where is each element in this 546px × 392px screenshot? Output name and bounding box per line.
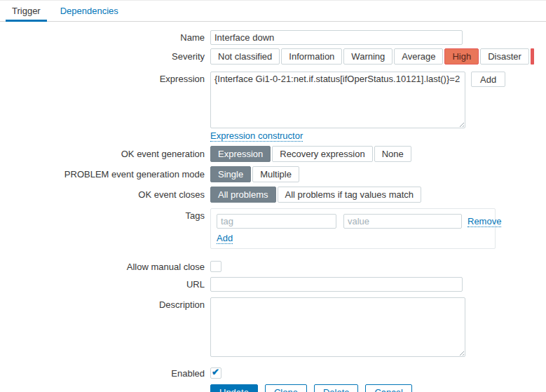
tags-label: Tags [0, 208, 210, 221]
description-textarea[interactable] [210, 297, 465, 357]
footer-buttons-row: Update Clone Delete Cancel [0, 384, 546, 392]
expression-textarea[interactable]: {Interface Gi1-0-21:net.if.status[ifOper… [210, 72, 465, 128]
tab-dependencies[interactable]: Dependencies [54, 1, 125, 21]
ok-event-closes-options: All problems All problems if tag values … [210, 187, 421, 203]
add-expression-button[interactable]: Add [471, 72, 505, 87]
expression-row: Expression {Interface Gi1-0-21:net.if.st… [0, 72, 546, 141]
name-input[interactable] [210, 30, 463, 45]
ok-event-generation-row: OK event generation Expression Recovery … [0, 146, 546, 162]
url-row: URL [0, 277, 546, 292]
ok-gen-button-none[interactable]: None [374, 146, 411, 162]
expression-label: Expression [0, 72, 210, 84]
ok-event-closes-row: OK event closes All problems All problem… [0, 187, 546, 203]
tag-value-input[interactable] [343, 214, 462, 229]
description-label: Description [0, 297, 210, 310]
allow-manual-close-row: Allow manual close [0, 261, 546, 272]
tab-trigger[interactable]: Trigger [6, 1, 47, 21]
ok-closes-button-all-problems-tag-match[interactable]: All problems if tag values match [278, 187, 422, 203]
ok-event-generation-options: Expression Recovery expression None [210, 146, 411, 162]
description-row: Description [0, 297, 546, 357]
remove-tag-link[interactable]: Remove [467, 216, 501, 227]
severity-button-average[interactable]: Average [394, 48, 443, 65]
severity-button-disaster[interactable]: Disaster [480, 48, 529, 65]
tags-box: Remove Add [210, 208, 496, 249]
severity-row: Severity Not classified Information Warn… [0, 48, 546, 65]
enabled-checkbox[interactable] [210, 367, 221, 379]
ok-event-generation-label: OK event generation [0, 149, 210, 159]
severity-button-information[interactable]: Information [281, 48, 342, 65]
severity-label: Severity [0, 51, 210, 62]
name-label: Name [0, 32, 210, 43]
tags-row: Tags Remove Add [0, 208, 546, 249]
ok-closes-button-all-problems[interactable]: All problems [210, 187, 276, 203]
update-button[interactable]: Update [210, 384, 258, 392]
problem-mode-button-multiple[interactable]: Multiple [252, 166, 299, 182]
add-tag-link[interactable]: Add [217, 233, 233, 244]
delete-button[interactable]: Delete [314, 384, 359, 392]
cancel-button[interactable]: Cancel [365, 384, 411, 392]
clone-button[interactable]: Clone [265, 384, 307, 392]
name-row: Name [0, 30, 546, 45]
tag-entry-row: Remove [217, 214, 489, 229]
tab-bar: Trigger Dependencies [0, 0, 546, 22]
url-label: URL [0, 279, 210, 290]
enabled-row: Enabled [0, 367, 546, 379]
trigger-form: Name Severity Not classified Information… [0, 22, 546, 392]
ok-event-closes-label: OK event closes [0, 189, 210, 200]
severity-button-not-classified[interactable]: Not classified [210, 48, 280, 65]
severity-options: Not classified Information Warning Avera… [210, 48, 534, 65]
tag-name-input[interactable] [217, 214, 336, 229]
expression-constructor-link[interactable]: Expression constructor [210, 130, 303, 142]
severity-button-high[interactable]: High [444, 48, 479, 65]
url-input[interactable] [210, 277, 463, 292]
severity-button-warning[interactable]: Warning [343, 48, 393, 65]
enabled-label: Enabled [0, 368, 210, 379]
footer-buttons: Update Clone Delete Cancel [210, 384, 412, 392]
severity-red-bar [531, 48, 534, 65]
ok-gen-button-recovery-expression[interactable]: Recovery expression [272, 146, 372, 162]
problem-event-mode-options: Single Multiple [210, 166, 299, 182]
problem-mode-button-single[interactable]: Single [210, 166, 251, 182]
allow-manual-close-checkbox[interactable] [210, 261, 221, 272]
problem-event-mode-row: PROBLEM event generation mode Single Mul… [0, 166, 546, 182]
problem-event-mode-label: PROBLEM event generation mode [0, 169, 210, 180]
allow-manual-close-label: Allow manual close [0, 262, 210, 272]
ok-gen-button-expression[interactable]: Expression [210, 146, 271, 162]
